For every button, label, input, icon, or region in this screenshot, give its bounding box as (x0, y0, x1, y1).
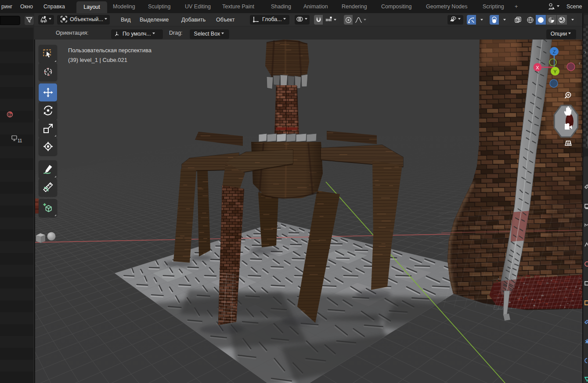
svg-text:Пользовательская перспектива: Пользовательская перспектива (68, 47, 152, 54)
svg-text:(39) level_1 | Cube.021: (39) level_1 | Cube.021 (68, 57, 127, 63)
svg-text:Y: Y (553, 69, 557, 74)
svg-text:X: X (536, 65, 539, 70)
svg-text:Z: Z (553, 49, 556, 54)
svg-text:‹: ‹ (579, 60, 581, 66)
